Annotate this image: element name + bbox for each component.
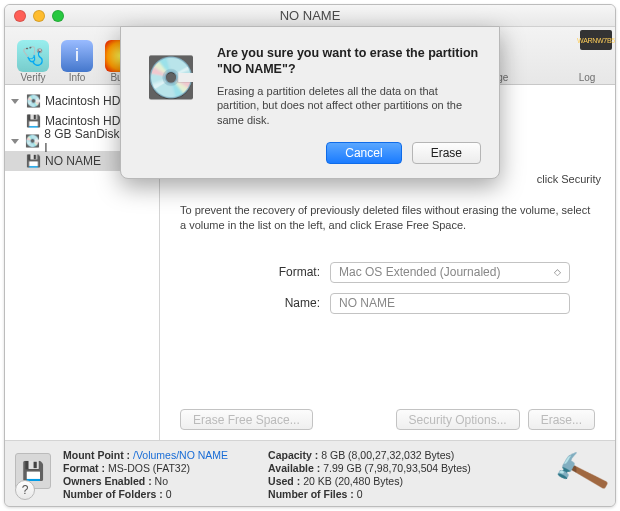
footer: 💾 Mount Point : /Volumes/NO NAME Format … [5, 440, 615, 506]
security-options-button[interactable]: Security Options... [396, 409, 520, 430]
bottom-buttons: Erase Free Space... Security Options... … [160, 399, 615, 440]
erase-button[interactable]: Erase... [528, 409, 595, 430]
disclosure-icon[interactable] [11, 139, 19, 144]
sheet-body: Erasing a partition deletes all the data… [217, 84, 481, 129]
format-label: Format: [180, 265, 330, 279]
traffic-lights [5, 10, 64, 22]
minimize-icon[interactable] [33, 10, 45, 22]
watermark-badge: WARNW7B5 [580, 30, 612, 50]
partial-text: click Security [537, 173, 601, 185]
footer-right-col: Capacity : 8 GB (8,00,27,32,032 Bytes) A… [268, 449, 471, 500]
mount-point-link[interactable]: /Volumes/NO NAME [133, 449, 228, 461]
format-select[interactable]: Mac OS Extended (Journaled)◇ [330, 262, 570, 283]
toolbar-info[interactable]: iInfo [55, 31, 99, 83]
cancel-button[interactable]: Cancel [326, 142, 401, 164]
toolbar-verify[interactable]: 🩺Verify [11, 31, 55, 83]
info-icon: i [61, 40, 93, 72]
diskutility-app-icon: 💽 [139, 45, 203, 109]
disk-icon: 💽 [25, 93, 41, 109]
close-icon[interactable] [14, 10, 26, 22]
verify-icon: 🩺 [17, 40, 49, 72]
chevron-updown-icon: ◇ [554, 267, 561, 277]
confirm-erase-button[interactable]: Erase [412, 142, 481, 164]
volume-icon: 💾 [25, 113, 41, 129]
footer-left-col: Mount Point : /Volumes/NO NAME Format : … [63, 449, 228, 500]
name-label: Name: [180, 296, 330, 310]
disclosure-icon[interactable] [11, 99, 19, 104]
titlebar[interactable]: NO NAME [5, 5, 615, 27]
erase-free-space-button[interactable]: Erase Free Space... [180, 409, 313, 430]
form-area: Format: Mac OS Extended (Journaled)◇ Nam… [160, 242, 615, 334]
erase-hint: To prevent the recovery of previously de… [160, 195, 615, 242]
name-input[interactable]: NO NAME [330, 293, 570, 314]
zoom-icon[interactable] [52, 10, 64, 22]
sheet-title: Are you sure you want to erase the parti… [217, 45, 481, 78]
help-button[interactable]: ? [15, 480, 35, 500]
disk-icon: 💽 [25, 133, 40, 149]
confirm-erase-sheet: 💽 Are you sure you want to erase the par… [120, 26, 500, 179]
window-title: NO NAME [5, 8, 615, 23]
volume-icon: 💾 [25, 153, 41, 169]
